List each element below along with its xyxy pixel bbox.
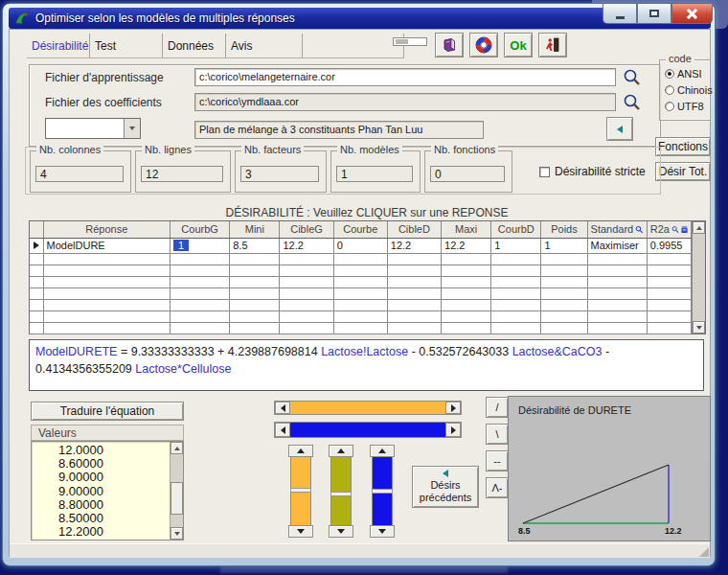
slider-down-button[interactable] [288, 525, 313, 538]
tab-donnees[interactable]: Données [163, 34, 226, 58]
cell-courbe[interactable]: 0 [333, 238, 387, 253]
tab-test[interactable]: Test [90, 34, 163, 58]
slider-up-button[interactable] [329, 445, 353, 457]
col-poids[interactable]: Poids [541, 221, 587, 238]
slider-up-button[interactable] [370, 445, 395, 457]
maximize-button[interactable] [637, 4, 671, 24]
desirs-precedents-button[interactable]: Désirs précédents [412, 466, 479, 508]
col-courbe[interactable]: Courbe [333, 221, 387, 238]
table-row-modeldure[interactable]: ModelDURE 1 8.5 12.2 0 12.2 12.2 1 1 Max… [30, 238, 692, 253]
exit-button[interactable] [538, 33, 567, 58]
col-r2a[interactable]: R2a [647, 221, 691, 238]
printer-icon[interactable] [681, 225, 688, 234]
list-item[interactable]: 12.0000 [58, 444, 170, 457]
col-standard[interactable]: Standard [587, 221, 647, 238]
desirabilite-stricte-checkbox[interactable]: Désirabilité stricte [539, 165, 646, 178]
ok-button[interactable]: Ok [504, 33, 533, 58]
col-mini[interactable]: Mini [230, 221, 280, 238]
shape-decreasing-button[interactable]: \ [486, 424, 509, 445]
resize-grip-icon[interactable] [699, 547, 709, 557]
slider-thumb[interactable] [330, 492, 352, 496]
cell-courbd[interactable]: 1 [491, 238, 541, 253]
grid-scrollbar[interactable] [692, 221, 705, 334]
table-row-empty[interactable] [30, 288, 692, 299]
slider-thumb[interactable] [290, 488, 311, 493]
scrollbar-thumb[interactable] [171, 482, 183, 515]
radio-utf8[interactable]: UTF8 [665, 101, 704, 112]
radio-ansi[interactable]: ANSI [665, 68, 702, 80]
tab-avis[interactable]: Avis [226, 34, 303, 58]
table-row-empty[interactable] [30, 310, 692, 322]
list-item[interactable]: 8.50000 [58, 512, 170, 525]
shape-flat-button[interactable]: -- [486, 450, 509, 472]
slider-left-button[interactable] [275, 423, 290, 437]
col-cibleg[interactable]: CibleG [280, 221, 333, 238]
cell-reponse[interactable]: ModelDURE [43, 238, 170, 253]
traduire-equation-button[interactable]: Traduire l'équation [31, 402, 184, 421]
browse-apprentissage-icon[interactable] [622, 67, 643, 88]
valeurs-listbox[interactable]: 12.0000 8.60000 9.00000 9.00000 8.80000 … [31, 441, 184, 540]
browse-coefficients-icon[interactable] [622, 92, 643, 113]
col-cibled[interactable]: CibleD [387, 221, 441, 238]
cell-r2a[interactable]: 0.9955 [647, 238, 691, 253]
minimize-button[interactable] [603, 4, 637, 24]
col-reponse[interactable]: Réponse [43, 221, 170, 238]
horizontal-slider-orange[interactable] [274, 401, 462, 415]
table-row-empty[interactable] [30, 264, 692, 276]
model-dropdown[interactable] [45, 118, 141, 139]
close-button[interactable] [671, 4, 713, 24]
slider-thumb[interactable] [372, 489, 393, 494]
cell-standard[interactable]: Maximiser [587, 238, 647, 253]
list-item[interactable]: 9.00000 [58, 485, 170, 498]
dropdown-button[interactable] [124, 119, 140, 138]
apprentissage-input[interactable]: c:\corico\melangeternaire.cor [194, 68, 616, 86]
slider-right-button[interactable] [445, 423, 461, 437]
shape-increasing-button[interactable]: / [486, 397, 509, 418]
list-item[interactable]: 8.60000 [58, 457, 170, 471]
cell-maxi[interactable]: 12.2 [442, 238, 491, 253]
vertical-slider-olive[interactable] [329, 445, 353, 538]
manual-button[interactable] [435, 33, 464, 58]
shape-peak-button[interactable]: Λ- [486, 477, 509, 498]
scroll-up-button[interactable] [171, 442, 183, 454]
slider-track[interactable] [290, 423, 445, 437]
cell-poids[interactable]: 1 [541, 238, 587, 253]
cell-cibleg[interactable]: 12.2 [280, 238, 333, 253]
vertical-slider-blue[interactable] [370, 445, 395, 538]
slider-left-button[interactable] [275, 402, 290, 414]
col-courbg[interactable]: CourbG [171, 221, 230, 238]
desir-tot-button[interactable]: Désir Tot. [655, 162, 711, 181]
col-courbd[interactable]: CourbD [491, 221, 541, 238]
coefficients-input[interactable]: c:\corico\ymdlaaa.cor [194, 93, 616, 111]
scroll-down-button[interactable] [693, 321, 705, 334]
tab-desirabilite[interactable]: Désirabilité [27, 34, 90, 58]
table-row-empty[interactable] [30, 253, 692, 264]
list-item[interactable]: 9.00000 [58, 471, 170, 484]
slider-track[interactable] [330, 457, 352, 525]
vertical-slider-orange[interactable] [288, 445, 313, 538]
table-row-empty[interactable] [30, 299, 692, 310]
table-row-empty[interactable] [30, 276, 692, 288]
scroll-up-button[interactable] [693, 221, 705, 234]
valeurs-scrollbar[interactable] [170, 442, 183, 540]
help-button[interactable] [469, 33, 498, 58]
table-row-empty[interactable] [30, 322, 692, 334]
slider-right-button[interactable] [445, 402, 461, 414]
slider-track[interactable] [372, 457, 393, 525]
list-item[interactable]: 8.80000 [58, 498, 170, 512]
list-item[interactable]: 12.2000 [58, 525, 170, 539]
slider-down-button[interactable] [370, 525, 395, 538]
scroll-down-button[interactable] [171, 527, 183, 540]
slider-down-button[interactable] [329, 525, 353, 538]
radio-chinois[interactable]: Chinois [665, 84, 713, 96]
fonctions-button[interactable]: Fonctions [655, 137, 711, 156]
cell-cibled[interactable]: 12.2 [387, 238, 441, 253]
slider-track[interactable] [290, 402, 445, 414]
cell-courbg[interactable]: 1 [171, 238, 230, 253]
slider-up-button[interactable] [288, 445, 313, 457]
horizontal-slider-blue[interactable] [274, 422, 462, 438]
previous-button[interactable] [606, 117, 633, 141]
cell-mini[interactable]: 8.5 [230, 238, 280, 253]
col-maxi[interactable]: Maxi [442, 221, 491, 238]
slider-track[interactable] [290, 457, 311, 525]
